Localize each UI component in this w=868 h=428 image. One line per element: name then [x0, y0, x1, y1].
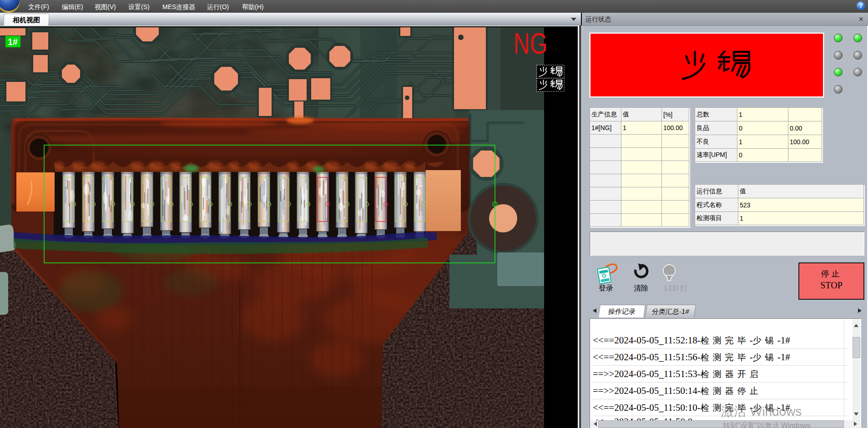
svg-text:1#: 1#: [8, 37, 18, 47]
svg-text:NG: NG: [514, 27, 548, 60]
